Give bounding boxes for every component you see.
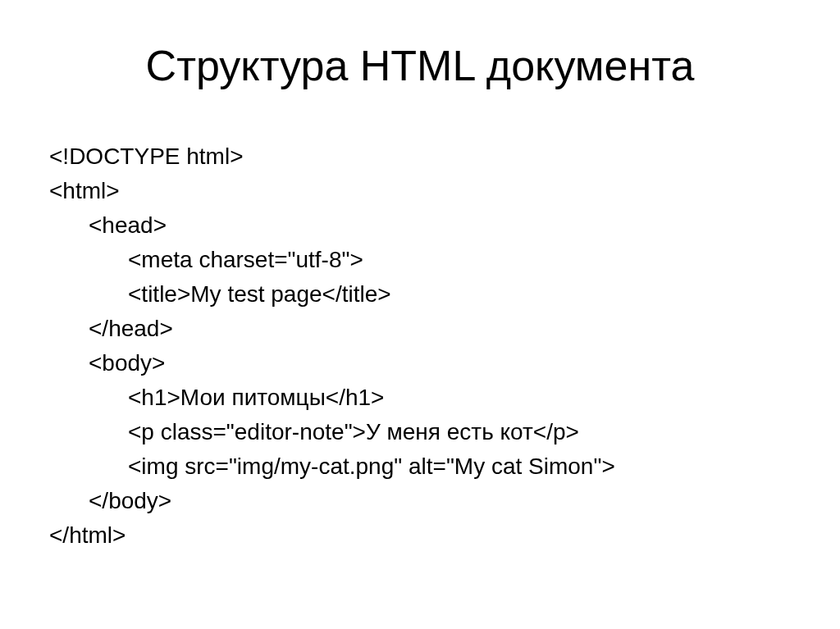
code-line-doctype: <!DOCTYPE html> [49, 139, 791, 174]
code-line-body-open: <body> [49, 346, 791, 381]
code-line-html-close: </html> [49, 518, 791, 553]
code-line-meta: <meta charset="utf-8"> [49, 243, 791, 277]
code-line-body-close: </body> [49, 484, 791, 518]
slide-title: Структура HTML документа [49, 41, 791, 90]
code-line-head-close: </head> [49, 312, 791, 346]
code-line-head-open: <head> [49, 208, 791, 243]
code-line-h1: <h1>Мои питомцы</h1> [49, 381, 791, 415]
code-example: <!DOCTYPE html> <html> <head> <meta char… [49, 139, 791, 553]
code-line-p: <p class="editor-note">У меня есть кот</… [49, 415, 791, 449]
code-line-img: <img src="img/my-cat.png" alt="My cat Si… [49, 449, 791, 484]
code-line-title: <title>My test page</title> [49, 277, 791, 312]
code-line-html-open: <html> [49, 174, 791, 208]
